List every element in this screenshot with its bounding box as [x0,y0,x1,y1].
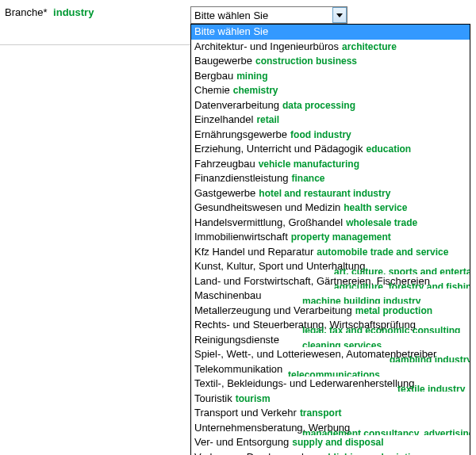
dropdown-option[interactable]: Finanzdienstleistungfinance [191,171,470,186]
dropdown-option[interactable]: Immobilienwirtschaftproperty management [191,230,470,245]
option-text: Ver- und Entsorgung [194,436,289,448]
option-translation: automobile trade and service [317,247,448,258]
option-text: Gesundheitswesen und Medizin [194,201,340,213]
select-value: Bitte wählen Sie [194,10,268,21]
option-text: Bergbau [194,70,233,82]
dropdown-option[interactable]: Reinigungsdienstecleaning services [191,333,470,348]
industry-select[interactable]: Bitte wählen Sie [190,6,347,24]
option-translation: publishing and printing [317,452,422,456]
dropdown-option[interactable]: Land- und Forstwirtschaft, Gärtnereien, … [191,274,470,289]
option-text: Maschinenbau [194,289,262,301]
option-translation: architecture [342,41,397,52]
option-text: Fahrzeugbau [194,158,255,170]
dropdown-option[interactable]: Einzelhandelretail [191,113,470,128]
option-text: Chemie [194,84,230,96]
option-translation: metal production [355,305,432,316]
option-translation: health service [344,202,407,213]
dropdown-option[interactable]: Bitte wählen Sie [191,25,470,40]
dropdown-option[interactable]: Verlags- u. Druckgewerbepublishing and p… [191,450,470,456]
dropdown-option[interactable]: Handelsvermittlung, Großhandelwholesale … [191,216,470,231]
dropdown-option[interactable]: Fahrzeugbauvehicle manufacturing [191,157,470,172]
option-translation: management consultancy, advertising [302,427,470,436]
option-translation: tourism [236,393,271,404]
option-translation: textile industry [397,383,465,392]
select-column: Bitte wählen Sie [190,6,476,24]
option-translation: wholesale trade [346,217,417,228]
industry-dropdown[interactable]: Bitte wählen SieArchitektur- und Ingenie… [190,24,470,455]
dropdown-option[interactable]: Unternehmensberatung, Werbungmanagement … [191,421,470,436]
dropdown-option[interactable]: Gastgewerbehotel and restaurant industry [191,186,470,201]
dropdown-option[interactable]: Chemiechemistry [191,83,470,98]
divider [0,44,190,45]
option-text: Textil-, Bekleidungs- und Lederwarenhers… [194,377,415,389]
option-text: Immobilienwirtschaft [194,231,288,243]
option-text: Gastgewerbe [194,187,255,199]
option-text: Verlags- u. Druckgewerbe [194,451,313,456]
field-translation: industry [53,6,94,18]
option-translation: legal, tax and economic consulting [302,324,460,333]
option-translation: machine building industry [302,295,420,304]
dropdown-option[interactable]: Transport und Verkehrtransport [191,406,470,421]
option-text: Einzelhandel [194,113,253,125]
dropdown-option[interactable]: Telekommunikationtelecommunications [191,362,470,377]
option-translation: gambling industry [390,354,470,362]
option-translation: mining [236,71,267,82]
option-text: Metallerzeugung und Verarbeitung [194,304,352,316]
option-translation: cleaning services [302,339,382,348]
option-translation: data processing [282,100,355,111]
option-translation: education [366,143,411,155]
option-text: Baugewerbe [194,55,252,67]
dropdown-option[interactable]: Ernährungsgewerbefood industry [191,128,470,143]
option-text: Finanzdienstleistung [194,172,289,184]
dropdown-option[interactable]: Spiel-, Wett-, und Lotteriewesen, Automa… [191,347,470,362]
dropdown-option[interactable]: Baugewerbeconstruction business [191,54,470,69]
option-text: Ernährungsgewerbe [194,128,287,140]
option-translation: agriculture, forestry and fishing [334,281,470,289]
dropdown-option[interactable]: Bergbaumining [191,69,470,84]
option-translation: construction business [255,55,357,67]
option-translation: food industry [290,129,351,140]
option-translation: retail [256,114,279,125]
option-translation: finance [292,173,325,184]
option-text: Erziehung, Unterricht und Pädagogik [194,143,363,155]
option-translation: vehicle manufacturing [259,159,359,170]
option-text: Kfz Handel und Reparatur [194,246,313,258]
form-row: Branche* industry Bitte wählen Sie [0,0,476,24]
dropdown-option[interactable]: Datenverarbeitungdata processing [191,98,470,113]
option-text: Touristik [194,392,232,404]
option-text: Datenverarbeitung [194,99,279,111]
field-label: Branche* [5,6,47,18]
option-translation: hotel and restaurant industry [259,188,390,199]
option-text: Architektur- und Ingenieurbüros [194,40,339,52]
option-text: Telekommunikation [194,363,282,375]
dropdown-option[interactable]: Ver- und Entsorgungsupply and disposal [191,435,470,450]
dropdown-option[interactable]: Touristiktourism [191,392,470,407]
option-translation: chemistry [233,85,278,96]
option-translation: transport [300,407,342,419]
dropdown-option[interactable]: Maschinenbaumachine building industry [191,289,470,304]
dropdown-option[interactable]: Architektur- und Ingenieurbürosarchitect… [191,40,470,55]
option-translation: supply and disposal [292,437,383,448]
option-translation: art, culture, sports and entertainment [334,266,470,274]
dropdown-option[interactable]: Metallerzeugung und Verarbeitungmetal pr… [191,304,470,319]
option-text: Handelsvermittlung, Großhandel [194,216,343,228]
option-text: Bitte wählen Sie [194,25,268,37]
chevron-down-icon[interactable] [332,7,347,23]
option-translation: telecommunications [288,369,380,377]
dropdown-option[interactable]: Gesundheitswesen und Medizinhealth servi… [191,201,470,216]
option-text: Reinigungsdienste [194,334,279,346]
dropdown-option[interactable]: Kfz Handel und Reparaturautomobile trade… [191,245,470,260]
option-text: Transport und Verkehr [194,407,297,419]
dropdown-option[interactable]: Textil-, Bekleidungs- und Lederwarenhers… [191,377,470,392]
dropdown-option[interactable]: Rechts- und Steuerberatung, Wirtschaftsp… [191,318,470,333]
option-translation: property management [291,231,391,243]
dropdown-option[interactable]: Erziehung, Unterricht und Pädagogikeduca… [191,142,470,157]
dropdown-option[interactable]: Kunst, Kultur, Sport und Unterhaltungart… [191,259,470,274]
label-column: Branche* industry [0,6,190,18]
